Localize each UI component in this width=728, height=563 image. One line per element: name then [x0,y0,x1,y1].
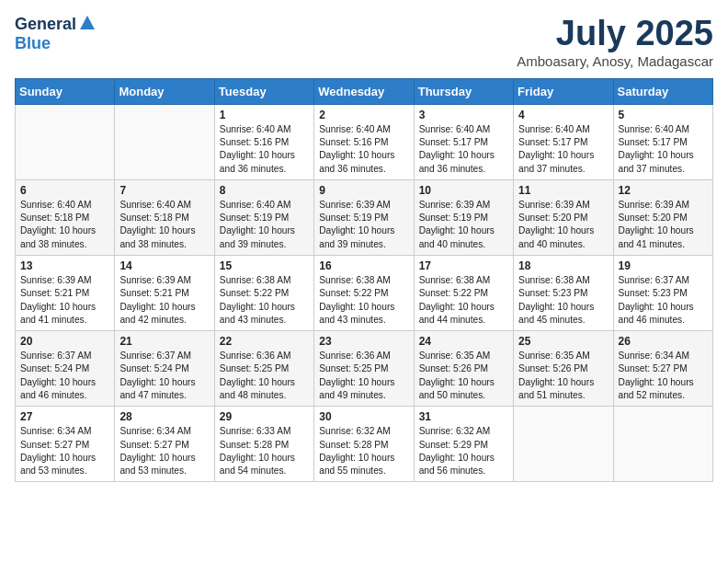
cell-content: Sunrise: 6:40 AMSunset: 5:17 PMDaylight:… [619,123,708,176]
cell-content: Sunrise: 6:39 AMSunset: 5:19 PMDaylight:… [419,199,508,251]
day-number: 6 [20,184,109,197]
calendar-cell: 13Sunrise: 6:39 AMSunset: 5:21 PMDayligh… [16,256,115,331]
calendar-week-row: 13Sunrise: 6:39 AMSunset: 5:21 PMDayligh… [16,256,713,331]
calendar-cell: 7Sunrise: 6:40 AMSunset: 5:18 PMDaylight… [115,179,214,255]
day-number: 12 [619,184,708,197]
day-number: 16 [319,259,408,272]
calendar-cell: 21Sunrise: 6:37 AMSunset: 5:24 PMDayligh… [115,331,214,407]
day-number: 11 [518,184,608,197]
day-number: 29 [220,410,309,423]
cell-content: Sunrise: 6:37 AMSunset: 5:24 PMDaylight:… [119,350,209,402]
cell-content: Sunrise: 6:40 AMSunset: 5:18 PMDaylight:… [119,199,209,251]
day-number: 8 [220,184,309,197]
day-number: 23 [319,335,408,348]
logo: General Blue [15,15,96,53]
day-header-wednesday: Wednesday [314,78,414,104]
calendar-cell [16,104,115,179]
calendar-cell: 22Sunrise: 6:36 AMSunset: 5:25 PMDayligh… [214,331,313,407]
cell-content: Sunrise: 6:36 AMSunset: 5:25 PMDaylight:… [319,350,408,402]
calendar-cell: 31Sunrise: 6:32 AMSunset: 5:29 PMDayligh… [414,407,513,482]
calendar-cell: 2Sunrise: 6:40 AMSunset: 5:16 PMDaylight… [314,104,414,179]
location: Amboasary, Anosy, Madagascar [517,53,713,69]
day-number: 4 [518,109,608,121]
calendar-cell: 26Sunrise: 6:34 AMSunset: 5:27 PMDayligh… [613,331,712,407]
cell-content: Sunrise: 6:40 AMSunset: 5:19 PMDaylight:… [220,199,309,251]
cell-content: Sunrise: 6:38 AMSunset: 5:22 PMDaylight:… [220,274,309,327]
calendar-cell: 12Sunrise: 6:39 AMSunset: 5:20 PMDayligh… [613,179,712,255]
calendar-cell: 8Sunrise: 6:40 AMSunset: 5:19 PMDaylight… [214,179,313,255]
day-header-friday: Friday [514,78,613,104]
day-number: 26 [619,335,708,348]
cell-content: Sunrise: 6:36 AMSunset: 5:25 PMDaylight:… [220,350,309,402]
cell-content: Sunrise: 6:37 AMSunset: 5:24 PMDaylight:… [20,350,109,402]
cell-content: Sunrise: 6:39 AMSunset: 5:20 PMDaylight:… [619,199,708,251]
day-header-thursday: Thursday [414,78,513,104]
day-header-tuesday: Tuesday [214,78,313,104]
calendar-cell: 17Sunrise: 6:38 AMSunset: 5:22 PMDayligh… [414,256,513,331]
cell-content: Sunrise: 6:40 AMSunset: 5:17 PMDaylight:… [518,123,608,176]
calendar-cell: 1Sunrise: 6:40 AMSunset: 5:16 PMDaylight… [214,104,313,179]
calendar-header-row: SundayMondayTuesdayWednesdayThursdayFrid… [16,78,713,104]
calendar-cell: 15Sunrise: 6:38 AMSunset: 5:22 PMDayligh… [214,256,313,331]
calendar-cell: 19Sunrise: 6:37 AMSunset: 5:23 PMDayligh… [613,256,712,331]
day-number: 24 [419,335,508,348]
cell-content: Sunrise: 6:32 AMSunset: 5:28 PMDaylight:… [319,425,408,477]
cell-content: Sunrise: 6:39 AMSunset: 5:21 PMDaylight:… [119,274,209,327]
day-number: 13 [20,259,109,272]
logo-blue: Blue [15,35,51,53]
calendar-week-row: 1Sunrise: 6:40 AMSunset: 5:16 PMDaylight… [16,104,713,179]
calendar-cell: 29Sunrise: 6:33 AMSunset: 5:28 PMDayligh… [214,407,313,482]
calendar-cell: 25Sunrise: 6:35 AMSunset: 5:26 PMDayligh… [514,331,613,407]
day-number: 14 [119,259,209,272]
day-header-sunday: Sunday [16,78,115,104]
calendar-cell: 6Sunrise: 6:40 AMSunset: 5:18 PMDaylight… [16,179,115,255]
calendar-cell: 4Sunrise: 6:40 AMSunset: 5:17 PMDaylight… [514,104,613,179]
title-block: July 2025 Amboasary, Anosy, Madagascar [517,15,713,69]
day-number: 27 [20,410,109,423]
cell-content: Sunrise: 6:40 AMSunset: 5:17 PMDaylight:… [419,123,508,176]
logo-general: General [15,16,76,34]
calendar-cell: 3Sunrise: 6:40 AMSunset: 5:17 PMDaylight… [414,104,513,179]
calendar-cell: 5Sunrise: 6:40 AMSunset: 5:17 PMDaylight… [613,104,712,179]
cell-content: Sunrise: 6:37 AMSunset: 5:23 PMDaylight:… [619,274,708,327]
cell-content: Sunrise: 6:39 AMSunset: 5:20 PMDaylight:… [518,199,608,251]
calendar-cell: 14Sunrise: 6:39 AMSunset: 5:21 PMDayligh… [115,256,214,331]
calendar-cell: 18Sunrise: 6:38 AMSunset: 5:23 PMDayligh… [514,256,613,331]
cell-content: Sunrise: 6:34 AMSunset: 5:27 PMDaylight:… [619,350,708,402]
day-number: 7 [119,184,209,197]
calendar-cell: 16Sunrise: 6:38 AMSunset: 5:22 PMDayligh… [314,256,414,331]
cell-content: Sunrise: 6:35 AMSunset: 5:26 PMDaylight:… [419,350,508,402]
calendar-cell: 30Sunrise: 6:32 AMSunset: 5:28 PMDayligh… [314,407,414,482]
cell-content: Sunrise: 6:38 AMSunset: 5:22 PMDaylight:… [419,274,508,327]
day-number: 20 [20,335,109,348]
day-number: 15 [220,259,309,272]
calendar-cell: 23Sunrise: 6:36 AMSunset: 5:25 PMDayligh… [314,331,414,407]
day-number: 28 [119,410,209,423]
day-header-saturday: Saturday [613,78,712,104]
calendar-week-row: 20Sunrise: 6:37 AMSunset: 5:24 PMDayligh… [16,331,713,407]
cell-content: Sunrise: 6:34 AMSunset: 5:27 PMDaylight:… [119,425,209,477]
cell-content: Sunrise: 6:40 AMSunset: 5:18 PMDaylight:… [20,199,109,251]
calendar-table: SundayMondayTuesdayWednesdayThursdayFrid… [15,78,713,483]
day-number: 5 [619,109,708,121]
cell-content: Sunrise: 6:40 AMSunset: 5:16 PMDaylight:… [220,123,309,176]
day-number: 17 [419,259,508,272]
calendar-cell [613,407,712,482]
day-number: 21 [119,335,209,348]
cell-content: Sunrise: 6:39 AMSunset: 5:19 PMDaylight:… [319,199,408,251]
cell-content: Sunrise: 6:38 AMSunset: 5:23 PMDaylight:… [518,274,608,327]
day-number: 3 [419,109,508,121]
calendar-cell: 24Sunrise: 6:35 AMSunset: 5:26 PMDayligh… [414,331,513,407]
calendar-cell: 28Sunrise: 6:34 AMSunset: 5:27 PMDayligh… [115,407,214,482]
cell-content: Sunrise: 6:33 AMSunset: 5:28 PMDaylight:… [220,425,309,477]
calendar-cell: 9Sunrise: 6:39 AMSunset: 5:19 PMDaylight… [314,179,414,255]
day-number: 30 [319,410,408,423]
svg-marker-0 [80,16,95,29]
page-header: General Blue July 2025 Amboasary, Anosy,… [15,15,713,69]
day-number: 19 [619,259,708,272]
cell-content: Sunrise: 6:35 AMSunset: 5:26 PMDaylight:… [518,350,608,402]
day-header-monday: Monday [115,78,214,104]
day-number: 10 [419,184,508,197]
cell-content: Sunrise: 6:39 AMSunset: 5:21 PMDaylight:… [20,274,109,327]
cell-content: Sunrise: 6:34 AMSunset: 5:27 PMDaylight:… [20,425,109,477]
